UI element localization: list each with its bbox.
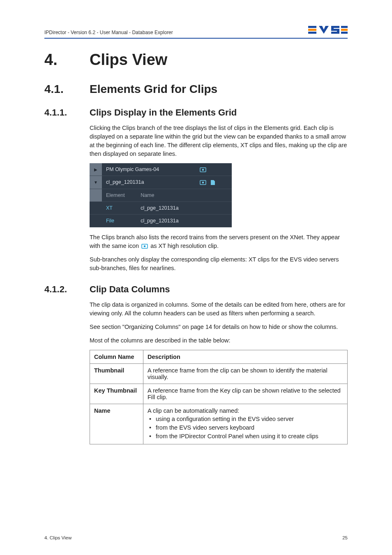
svg-rect-9 — [202, 182, 204, 183]
grid-spacer — [90, 214, 102, 227]
bullet-item: using a configuration setting in the EVS… — [148, 415, 343, 423]
svg-rect-7 — [202, 169, 204, 171]
svg-rect-1 — [308, 29, 316, 31]
table-cell-desc: A reference frame from the clip can be s… — [143, 363, 348, 384]
table-row: Thumbnail A reference frame from the cli… — [90, 363, 348, 384]
grid-cell-name: cl_pge_120131a — [136, 201, 196, 214]
heading-3-text: Clip Data Columns — [90, 284, 170, 295]
heading-3-number: 4.1.2. — [44, 284, 90, 295]
heading-2: 4.1. Elements Grid for Clips — [44, 83, 348, 96]
heading-1: 4. Clips View — [44, 51, 348, 69]
heading-1-text: Clips View — [90, 51, 167, 69]
paragraph-text: as XT high resolution clip. — [150, 243, 219, 249]
grid-spacer — [196, 201, 232, 214]
grid-cell-element: XT — [102, 201, 136, 214]
table-header-description: Description — [143, 350, 348, 363]
paragraph: The clip data is organized in columns. S… — [90, 301, 348, 318]
grid-cell-name: cl_pge_120131a — [136, 214, 196, 227]
heading-3-number: 4.1.1. — [44, 107, 90, 118]
heading-3: 4.1.1. Clips Display in the Elements Gri… — [44, 107, 348, 118]
heading-3-text: Clips Display in the Elements Grid — [90, 107, 237, 118]
grid-header-element: Element — [102, 189, 136, 201]
grid-spacer — [90, 201, 102, 214]
grid-spacer — [196, 189, 232, 201]
clip-icon — [200, 167, 206, 172]
clip-icon — [141, 244, 148, 249]
footer-page-number: 25 — [342, 535, 348, 540]
breadcrumb: IPDirector - Version 6.2 - User Manual -… — [44, 30, 173, 35]
evs-logo-svg — [308, 25, 348, 35]
page-footer: 4. Clips View 25 — [44, 535, 348, 540]
table-row: Name A clip can be automatically named: … — [90, 404, 348, 444]
table-header-column-name: Column Name — [90, 350, 143, 363]
paragraph: See section "Organizing Columns" on page… — [90, 323, 348, 331]
svg-rect-2 — [308, 32, 316, 34]
table-cell-desc: A clip can be automatically named: using… — [143, 404, 348, 444]
svg-rect-3 — [341, 26, 348, 28]
heading-2-text: Elements Grid for Clips — [90, 83, 217, 96]
grid-row-label: cl_pge_120131a — [102, 176, 196, 189]
grid-spacer — [90, 189, 102, 201]
expand-arrow-icon: ▶ — [90, 163, 102, 176]
grid-row-icons — [196, 176, 232, 189]
svg-rect-11 — [144, 245, 145, 247]
heading-1-number: 4. — [44, 51, 90, 69]
grid-spacer — [196, 214, 232, 227]
clip-icon — [200, 180, 206, 185]
table-cell-desc: A reference frame from the Key clip can … — [143, 384, 348, 404]
bullet-item: from the IPDirector Control Panel when u… — [148, 432, 343, 441]
evs-logo — [308, 25, 348, 35]
grid-cell-element: File — [102, 214, 136, 227]
footer-section: 4. Clips View — [44, 535, 71, 540]
heading-2-number: 4.1. — [44, 83, 90, 96]
table-cell-lead: A clip can be automatically named: — [148, 407, 239, 414]
grid-row-icons — [196, 163, 232, 176]
column-descriptions-table: Column Name Description Thumbnail A refe… — [90, 350, 348, 444]
grid-row-label: PM Olympic Games-04 — [102, 163, 196, 176]
svg-rect-4 — [341, 29, 348, 31]
paragraph: Sub-branches only display the correspond… — [90, 255, 348, 273]
table-row: Key Thumbnail A reference frame from the… — [90, 384, 348, 404]
svg-rect-0 — [308, 26, 316, 28]
heading-3: 4.1.2. Clip Data Columns — [44, 284, 348, 295]
collapse-arrow-icon: ▼ — [90, 176, 102, 189]
table-cell-name: Name — [90, 404, 143, 444]
svg-rect-5 — [341, 32, 348, 34]
table-cell-name: Key Thumbnail — [90, 384, 143, 404]
elements-grid-screenshot: ▶ PM Olympic Games-04 ▼ cl_pge_120131a E… — [90, 163, 232, 227]
grid-header-name: Name — [136, 189, 196, 201]
bullet-item: from the EVS video servers keyboard — [148, 423, 343, 432]
page-header: IPDirector - Version 6.2 - User Manual -… — [44, 25, 348, 39]
file-icon — [210, 180, 215, 185]
paragraph: Most of the columns are described in the… — [90, 336, 348, 345]
paragraph: Clicking the Clips branch of the tree di… — [90, 124, 348, 158]
table-cell-name: Thumbnail — [90, 363, 143, 384]
paragraph: The Clips branch also lists the record t… — [90, 233, 348, 250]
bullet-list: using a configuration setting in the EVS… — [148, 415, 343, 441]
